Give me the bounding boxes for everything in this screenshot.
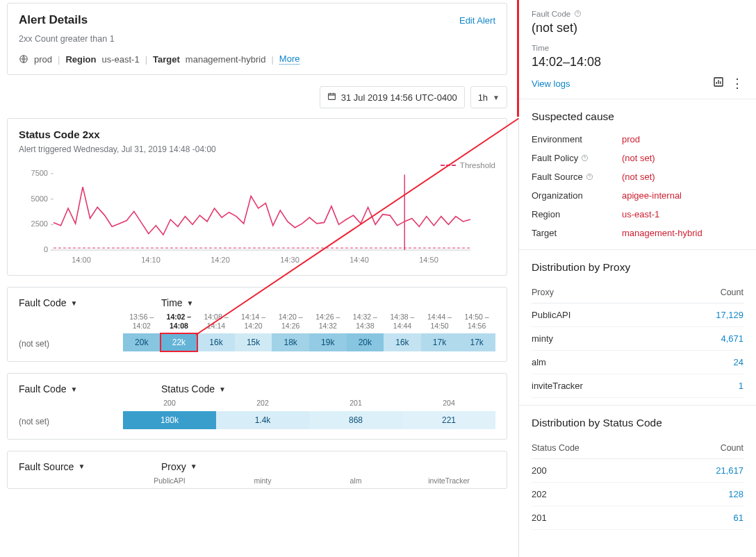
- dist-proxy-count[interactable]: 17,129: [716, 310, 743, 320]
- cause-value: apigee-internal: [622, 190, 682, 201]
- heat-time-cell[interactable]: 20k: [347, 333, 384, 351]
- facet-time-right-label: Time: [161, 297, 183, 308]
- heat-time-header: 14:32 – 14:38: [347, 313, 384, 333]
- status-chart-card: Status Code 2xx Alert triggered Wednesda…: [7, 118, 507, 276]
- facet-status-left-picker[interactable]: Fault Code ▼: [19, 383, 123, 394]
- heat-time-header: 14:26 – 14:32: [309, 313, 347, 333]
- caret-down-icon: ▼: [190, 463, 197, 470]
- svg-text:14:40: 14:40: [350, 256, 369, 264]
- heat-status-cell[interactable]: 180k: [123, 411, 216, 429]
- heat-time-cell[interactable]: 15k: [235, 333, 272, 351]
- facet-proxy-right-label: Proxy: [161, 461, 186, 472]
- heat-time-cell[interactable]: 17k: [458, 333, 495, 351]
- caret-down-icon: ▼: [70, 299, 77, 307]
- view-logs-link[interactable]: View logs: [532, 78, 570, 89]
- heat-time-cell[interactable]: 19k: [309, 333, 347, 351]
- range-picker[interactable]: 1h ▼: [470, 86, 507, 108]
- dist-status-head-count: Count: [721, 443, 743, 453]
- region-label: Region: [65, 54, 96, 65]
- svg-text:7500: 7500: [31, 169, 48, 177]
- cause-value: prod: [622, 134, 640, 144]
- cause-value: (not set): [622, 172, 655, 182]
- dist-status-count[interactable]: 21,617: [716, 465, 743, 476]
- caret-down-icon: ▼: [187, 299, 194, 307]
- dist-proxy-count[interactable]: 24: [734, 357, 743, 367]
- dist-status-count[interactable]: 128: [728, 489, 743, 499]
- heat-time-cell[interactable]: 20k: [123, 333, 161, 351]
- dist-status-name: 200: [532, 465, 547, 476]
- heat-time-cell[interactable]: 18k: [272, 333, 309, 351]
- heat-time-cell[interactable]: 22k: [161, 333, 198, 351]
- facet-time-left-label: Fault Code: [19, 297, 66, 308]
- facet-status-card: Fault Code ▼ Status Code ▼ (not set) 200…: [7, 373, 507, 440]
- facet-proxy-left-picker[interactable]: Fault Source ▼: [19, 461, 123, 472]
- heat-status-cell[interactable]: 868: [309, 411, 402, 429]
- caret-down-icon: ▼: [219, 385, 226, 393]
- heat-time-cell[interactable]: 17k: [421, 333, 459, 351]
- help-icon[interactable]: [581, 153, 589, 163]
- dist-proxy-section: Distribution by Proxy Proxy Count Public…: [519, 249, 756, 405]
- datetime-picker[interactable]: 31 Jul 2019 14:56 UTC-0400: [320, 86, 465, 108]
- dist-proxy-count[interactable]: 4,671: [721, 333, 743, 344]
- region-value: us-east-1: [101, 54, 139, 65]
- target-label: Target: [153, 54, 180, 65]
- dist-status-count[interactable]: 61: [734, 513, 743, 523]
- heat-status-cell[interactable]: 221: [402, 411, 495, 429]
- status-title: Status Code 2xx: [19, 128, 495, 140]
- dist-proxy-count[interactable]: 1: [739, 381, 743, 391]
- svg-text:14:30: 14:30: [280, 256, 299, 264]
- heat-time-header: 14:44 – 14:50: [421, 313, 459, 333]
- heat-status-cell[interactable]: 1.4k: [216, 411, 309, 429]
- facet-status-rowlabel: (not set): [19, 399, 123, 429]
- more-link[interactable]: More: [279, 53, 300, 65]
- dist-status-row: 202128: [532, 483, 743, 506]
- heat-time-header: 14:38 – 14:44: [384, 313, 421, 333]
- svg-text:14:50: 14:50: [419, 256, 438, 264]
- heat-time-cell[interactable]: 16k: [384, 333, 421, 351]
- help-icon[interactable]: [574, 10, 582, 18]
- bar-chart-icon[interactable]: [713, 76, 724, 90]
- cause-key: Fault Source: [532, 172, 622, 182]
- cause-key: Environment: [532, 134, 622, 144]
- facet-proxy-card: Fault Source ▼ Proxy ▼ PublicAPImintyalm…: [7, 451, 507, 490]
- help-icon[interactable]: [586, 172, 593, 182]
- heat-proxy-header: alm: [309, 476, 402, 489]
- dist-status-name: 201: [532, 513, 547, 523]
- dist-status-title: Distribution by Status Code: [532, 417, 743, 429]
- caret-down-icon: ▼: [70, 385, 77, 393]
- detail-side-panel: Fault Code (not set) Time 14:02–14:08 Vi…: [518, 0, 756, 557]
- heat-time-cell[interactable]: 16k: [197, 333, 235, 351]
- heat-proxy-header: minty: [216, 476, 309, 489]
- facet-status-right-picker[interactable]: Status Code ▼: [161, 383, 226, 394]
- edit-alert-link[interactable]: Edit Alert: [459, 15, 495, 26]
- alert-details-card: Alert Details Edit Alert 2xx Count great…: [7, 3, 507, 75]
- heat-time-header: 14:50 – 14:56: [458, 313, 495, 333]
- facet-time-left-picker[interactable]: Fault Code ▼: [19, 297, 123, 308]
- facet-time-rowlabel: (not set): [19, 313, 123, 351]
- threshold-label: Threshold: [460, 161, 495, 169]
- threshold-legend: Threshold: [441, 161, 495, 169]
- dist-proxy-title: Distribution by Proxy: [532, 261, 743, 274]
- svg-text:14:00: 14:00: [72, 256, 91, 264]
- more-menu-icon[interactable]: ⋮: [731, 77, 743, 90]
- facet-time-right-picker[interactable]: Time ▼: [161, 297, 194, 308]
- dist-status-name: 202: [532, 489, 547, 499]
- dist-proxy-row: alm24: [532, 351, 743, 374]
- facet-time-card: Fault Code ▼ Time ▼ (not set) 13:56 – 14…: [7, 287, 507, 362]
- facet-proxy-right-picker[interactable]: Proxy ▼: [161, 461, 197, 472]
- alert-subtitle: 2xx Count greater than 1: [19, 34, 495, 44]
- cause-row: Organizationapigee-internal: [532, 186, 743, 205]
- dist-proxy-name: alm: [532, 357, 546, 367]
- dist-status-row: 20021,617: [532, 459, 743, 483]
- svg-text:14:20: 14:20: [211, 256, 230, 264]
- status-sub: Alert triggered Wednesday, Jul 31, 2019 …: [19, 144, 495, 154]
- cause-value: management-hybrid: [622, 228, 702, 238]
- alert-title: Alert Details: [19, 13, 88, 27]
- svg-rect-1: [328, 94, 335, 100]
- suspected-cause-title: Suspected cause: [532, 110, 743, 123]
- facet-status-left-label: Fault Code: [19, 383, 66, 394]
- status-line-chart[interactable]: 025005000750014:0014:1014:2014:3014:4014…: [19, 161, 477, 265]
- dist-proxy-row: PublicAPI17,129: [532, 304, 743, 327]
- side-faultcode-value: (not set): [532, 21, 743, 35]
- dist-proxy-name: minty: [532, 333, 553, 344]
